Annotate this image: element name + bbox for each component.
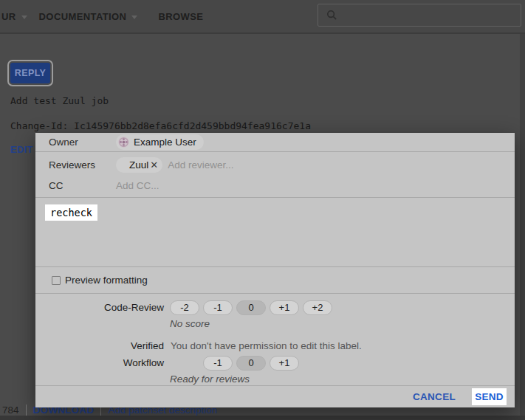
workflow-label: Workflow: [35, 357, 164, 368]
nav-item-documentation-label: DOCUMENTATION: [39, 11, 127, 22]
workflow-plus1-button[interactable]: +1: [270, 356, 299, 371]
workflow-buttons: -1 0 +1: [203, 356, 299, 371]
edit-link[interactable]: EDIT: [10, 144, 33, 155]
avatar: [118, 137, 129, 148]
cancel-button[interactable]: CANCEL: [413, 391, 456, 402]
reviewers-row: Reviewers Zuul ✕ Add reviewer...: [35, 152, 515, 176]
send-button[interactable]: SEND: [472, 388, 507, 405]
reviewers-label: Reviewers: [49, 159, 116, 171]
code-review-plus2-button[interactable]: +2: [303, 300, 332, 315]
owner-chip[interactable]: Example User: [116, 134, 204, 150]
top-bar: UR DOCUMENTATION BROWSE: [0, 0, 525, 34]
preview-formatting-row: Preview formatting: [35, 267, 515, 293]
owner-row: Owner Example User: [35, 133, 515, 151]
code-review-label: Code-Review: [35, 302, 164, 313]
add-reviewer-input[interactable]: Add reviewer...: [168, 159, 233, 171]
search-icon: [326, 10, 337, 21]
code-review-minus2-button[interactable]: -2: [170, 300, 199, 315]
cc-label: CC: [49, 180, 116, 191]
horizontal-scrollbar[interactable]: [0, 416, 525, 420]
scores-section: Code-Review -2 -1 0 +1 +2 No score Verif…: [35, 294, 515, 385]
workflow-note: Ready for reviews: [170, 373, 515, 385]
patchset-number: 784: [2, 404, 19, 416]
code-review-zero-button[interactable]: 0: [236, 300, 266, 315]
verified-label: Verified: [35, 340, 164, 351]
owner-label: Owner: [49, 137, 116, 148]
verified-permission-message: You don't have permission to edit this l…: [171, 340, 362, 351]
reply-message-textarea[interactable]: recheck: [35, 198, 515, 266]
code-review-note: No score: [170, 318, 515, 329]
nav-item-your[interactable]: UR: [1, 0, 27, 32]
divider: [26, 404, 27, 416]
preview-formatting-label: Preview formatting: [65, 275, 148, 286]
nav-item-your-label: UR: [1, 11, 16, 22]
search-input[interactable]: [343, 10, 521, 21]
preview-formatting-checkbox[interactable]: [52, 276, 61, 285]
code-review-buttons: -2 -1 0 +1 +2: [170, 300, 332, 315]
commit-message-subject: Add test Zuul job: [10, 95, 109, 106]
code-review-plus1-button[interactable]: +1: [270, 300, 299, 315]
chevron-down-icon: [131, 16, 137, 19]
reply-dialog: Owner Example User Reviewers Zuul: [35, 133, 515, 407]
vertical-scrollbar[interactable]: [520, 34, 525, 416]
nav-item-browse-label: BROWSE: [158, 11, 203, 22]
chevron-down-icon: [21, 16, 27, 19]
dialog-footer: CANCEL SEND: [35, 385, 515, 407]
cc-row: CC Add CC...: [35, 176, 515, 197]
workflow-row: Workflow -1 0 +1: [35, 355, 515, 371]
reply-button[interactable]: REPLY: [10, 63, 50, 83]
verified-row: Verified You don't have permission to ed…: [35, 339, 515, 352]
reviewer-chip-zuul[interactable]: Zuul ✕: [116, 157, 162, 173]
code-review-row: Code-Review -2 -1 0 +1 +2: [35, 300, 515, 315]
reviewer-chip-label: Zuul: [129, 159, 148, 171]
workflow-minus1-button[interactable]: -1: [203, 356, 233, 371]
search-box[interactable]: [318, 4, 521, 27]
nav-item-browse[interactable]: BROWSE: [158, 0, 203, 32]
reply-message-text: recheck: [45, 204, 97, 221]
owner-chip-label: Example User: [134, 137, 196, 148]
nav-item-documentation[interactable]: DOCUMENTATION: [39, 0, 138, 32]
add-cc-input[interactable]: Add CC...: [116, 180, 159, 191]
code-review-minus1-button[interactable]: -1: [203, 300, 233, 315]
remove-reviewer-icon[interactable]: ✕: [150, 159, 158, 171]
gerrit-screen: UR DOCUMENTATION BROWSE REPLY Add test Z…: [0, 0, 525, 420]
workflow-zero-button[interactable]: 0: [236, 356, 266, 371]
main-nav: UR DOCUMENTATION BROWSE: [0, 0, 203, 32]
commit-message-change-id: Change-Id: Ic145976bb2d8efa6cfd2d459bbd9…: [10, 120, 311, 131]
